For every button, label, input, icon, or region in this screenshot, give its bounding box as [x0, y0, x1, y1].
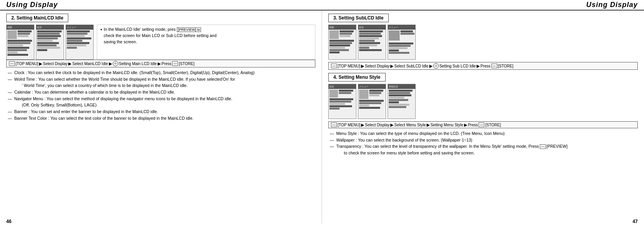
- desc-line1: In the MainLCD Idle' setting mode, pres: [104, 27, 177, 32]
- text-worldtime: Wolrd Time : You can select whether the …: [14, 76, 316, 82]
- nav3-arrow-2: ▶: [390, 64, 393, 68]
- nav3-select-display: Select Display: [365, 64, 390, 68]
- screenshot-2-body: [36, 30, 64, 59]
- screenshot-7-body: [329, 89, 356, 119]
- desc-line2: check the screen for Main LCD or Sub LCD…: [104, 33, 217, 38]
- nav-minus-icon: —: [9, 61, 15, 66]
- page-number-right: 47: [633, 219, 638, 224]
- page-footer: 46 47: [0, 219, 644, 224]
- text-navigator: Navigator Menu : You can select the meth…: [14, 96, 316, 102]
- dash-worldtime: —: [8, 76, 12, 82]
- screenshot-6-header: メニュー: [388, 25, 415, 30]
- desc-line3: saving the screen.: [104, 39, 137, 44]
- bullet-transparency: — Transparency : You can select the leve…: [328, 144, 638, 149]
- right-panel: 3. Setting SubLCD Idle 画面: [322, 11, 644, 224]
- preview-button: [PREVIEW] to: [177, 27, 201, 32]
- indent-transparency: to check the screen for menu style befor…: [344, 150, 638, 156]
- nav4-top-menu: [TOP MENU]: [338, 123, 360, 127]
- section-4-wrapper: 4. Setting Menu Style 設定: [328, 73, 638, 156]
- screenshot-1: 画面: [6, 25, 34, 60]
- nav-select-mainlcd: Select MainLCD Idle: [72, 62, 108, 66]
- header-right-title: Using Display: [586, 1, 638, 9]
- screenshot-6: メニュー: [388, 25, 416, 60]
- page-header: Using Display Using Display: [0, 0, 644, 11]
- nav4-arrow-2: ▶: [390, 123, 393, 127]
- text-banner-text: Banner Text Color : You can select the t…: [14, 115, 316, 121]
- section-4-screenshots-row: 設定: [328, 84, 638, 119]
- nav-arrow-2: ▶: [68, 62, 71, 66]
- screenshot-6-body: [388, 30, 415, 59]
- nav3-store-icon: —: [491, 64, 497, 68]
- section-3-screenshots-row: 画面: [328, 25, 638, 60]
- section-3-title: 3. Setting SubLCD Idle: [328, 14, 389, 22]
- section-4-bullets: — Menu Style : You can select the type o…: [328, 131, 638, 156]
- nav4-press: Press: [468, 123, 478, 127]
- text-calendar: Calendar : You can determine whether a c…: [14, 89, 316, 95]
- nav-arrow-3: ▶: [109, 62, 112, 66]
- preview2-icon: —: [540, 144, 546, 149]
- screenshot-9-header: 壁紙設定: [388, 84, 415, 89]
- nav4-arrow-3: ▶: [427, 123, 430, 127]
- bullet-wallpaper: — Wallpaper : You can select the backgro…: [328, 137, 638, 143]
- bullet-worldtime: — Wolrd Time : You can select whether th…: [6, 76, 315, 82]
- bullet-calendar: — Calendar : You can determine whether a…: [6, 89, 315, 95]
- store-icon: —: [172, 61, 178, 66]
- section-2-screenshots: 画面: [6, 25, 94, 60]
- screenshot-3-header: メニュー: [66, 25, 93, 30]
- dash-menustyle: —: [330, 131, 334, 136]
- text-menustyle: Menu Style : You can select the type of …: [336, 131, 638, 136]
- nav4-arrow-4: ▶: [464, 123, 467, 127]
- dash-wallpaper: —: [330, 137, 334, 143]
- screenshot-5-body: [358, 30, 386, 59]
- screenshot-4-body: [329, 30, 356, 59]
- section-4-nav: — [TOP MENU] ▶ Select Display ▶ Select M…: [328, 121, 638, 128]
- nav-select-display: Select Display: [43, 62, 68, 66]
- screenshot-2: 設定: [36, 25, 64, 60]
- nav3-arrow-4: ▶: [477, 64, 480, 68]
- bullet-navigator: — Navigator Menu : You can select the me…: [6, 96, 315, 102]
- section-2-description: ● In the MainLCD Idle' setting mode, pre…: [97, 25, 315, 60]
- nav3-top-menu: [TOP MENU]: [338, 64, 360, 68]
- screenshot-3: メニュー: [66, 25, 94, 60]
- nav-press: Press: [162, 62, 172, 66]
- indent-navigator: (Off, Only Softkey, Small(Bottom), LAGE): [22, 102, 315, 108]
- screenshot-8: メニュー: [358, 84, 386, 119]
- screenshot-5-header: 設定: [358, 25, 386, 30]
- nav4-select-menustyle: Select Menu Style: [394, 123, 426, 127]
- page-number-left: 46: [6, 219, 11, 224]
- section-2-bullets: — Clock : You can select the clock to be…: [6, 70, 315, 121]
- nav3-press: Press: [480, 64, 491, 68]
- nav-store: [STORE]: [179, 62, 194, 66]
- nav4-store-icon: —: [479, 122, 484, 127]
- screenshot-5: 設定: [358, 25, 386, 60]
- bullet-menustyle: — Menu Style : You can select the type o…: [328, 131, 638, 136]
- nav-setting: Setting Main LCD Idle: [119, 62, 157, 66]
- nav-circle-icon: ⊙: [113, 61, 118, 66]
- nav4-minus-icon: —: [331, 122, 337, 127]
- section-3-screenshots: 画面: [328, 25, 638, 60]
- nav-top-menu: [TOP MENU]: [16, 62, 38, 66]
- section-2-content: 画面: [6, 25, 315, 60]
- text-banner: Banner : You can set and enter the banne…: [14, 109, 316, 115]
- nav4-select-display: Select Display: [365, 123, 390, 127]
- section-2-nav: — [TOP MENU] ▶ Select Display ▶ Select M…: [6, 60, 315, 67]
- nav3-setting: Setting Sub LCD Idle: [439, 64, 476, 68]
- nav3-store: [STORE]: [498, 64, 514, 68]
- screenshot-9-body: [388, 89, 415, 119]
- screenshot-2-header: 設定: [36, 25, 64, 30]
- section-2-title: 2. Setting MainLCD Idle: [6, 14, 68, 22]
- screenshot-1-body: [7, 30, 34, 59]
- bullet-banner-text: — Banner Text Color : You can select the…: [6, 115, 315, 121]
- dash-banner: —: [8, 109, 12, 115]
- nav3-select-sublcd: Select SubLCD Idle: [394, 64, 428, 68]
- nav-arrow-4: ▶: [158, 62, 161, 66]
- section-4-title: 4. Setting Menu Style: [328, 73, 386, 81]
- screenshot-4: 画面: [328, 25, 356, 60]
- nav3-circle-icon: ⊙: [433, 63, 439, 69]
- dash-banner-text: —: [8, 115, 12, 121]
- dash-transparency: —: [330, 144, 334, 149]
- nav3-arrow-3: ▶: [429, 64, 432, 68]
- dash-calendar: —: [8, 89, 12, 95]
- dash-navigator: —: [8, 96, 12, 102]
- screenshot-8-body: [358, 89, 386, 119]
